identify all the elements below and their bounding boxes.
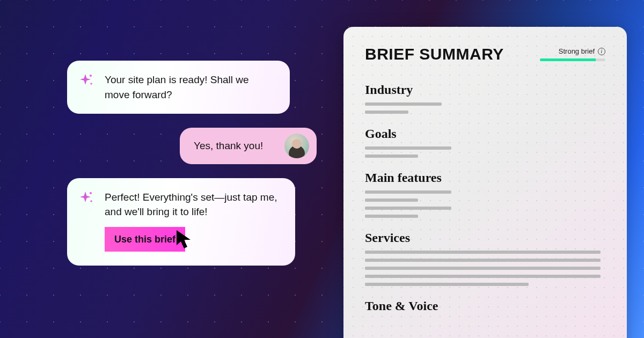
section-goals: Goals bbox=[365, 127, 605, 141]
svg-point-1 bbox=[90, 83, 92, 84]
sparkle-icon bbox=[78, 190, 94, 206]
brief-summary-panel: BRIEF SUMMARY Strong brief i Industry Go… bbox=[343, 27, 627, 338]
use-brief-button[interactable]: Use this brief bbox=[105, 227, 185, 252]
user-message-1: Yes, thank you! bbox=[180, 128, 317, 164]
goals-content bbox=[365, 146, 605, 158]
info-icon[interactable]: i bbox=[598, 48, 605, 55]
ai-message-2: Perfect! Everything's set—just tap me, a… bbox=[67, 178, 295, 266]
brief-strength: Strong brief i bbox=[540, 47, 605, 61]
services-content bbox=[365, 251, 605, 286]
section-features: Main features bbox=[365, 171, 605, 185]
svg-point-2 bbox=[90, 192, 92, 194]
panel-header: BRIEF SUMMARY Strong brief i bbox=[365, 45, 605, 63]
cursor-icon bbox=[175, 229, 194, 251]
features-content bbox=[365, 190, 605, 218]
strength-bar-fill bbox=[540, 58, 596, 61]
ai-message-1: Your site plan is ready! Shall we move f… bbox=[67, 61, 290, 114]
ai-message-2-text: Perfect! Everything's set—just tap me, a… bbox=[105, 192, 277, 218]
sparkle-icon bbox=[78, 72, 94, 89]
chat-column: Your site plan is ready! Shall we move f… bbox=[67, 61, 319, 280]
section-industry: Industry bbox=[365, 83, 605, 97]
avatar bbox=[284, 134, 309, 158]
panel-title: BRIEF SUMMARY bbox=[365, 45, 504, 63]
industry-content bbox=[365, 102, 605, 114]
strength-label-text: Strong brief bbox=[559, 47, 595, 55]
svg-point-3 bbox=[90, 200, 92, 202]
section-tone: Tone & Voice bbox=[365, 299, 605, 313]
strength-bar bbox=[540, 58, 605, 61]
section-services: Services bbox=[365, 231, 605, 245]
svg-point-0 bbox=[90, 75, 92, 77]
user-message-1-text: Yes, thank you! bbox=[194, 140, 263, 151]
ai-message-1-text: Your site plan is ready! Shall we move f… bbox=[105, 74, 249, 100]
